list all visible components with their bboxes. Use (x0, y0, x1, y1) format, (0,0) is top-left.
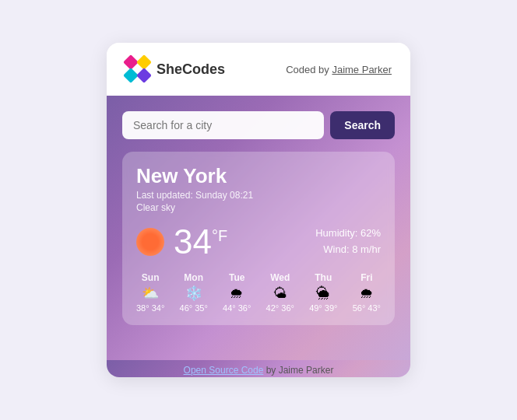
forecast-day-4: Thu 🌦 49° 39° (309, 272, 337, 313)
weather-details: Humidity: 62% Wind: 8 m/hr (315, 226, 381, 258)
forecast-day-2: Tue 🌧 44° 36° (223, 272, 251, 313)
city-name: New York (136, 164, 381, 188)
wind-label: Wind: 8 m/hr (315, 242, 381, 258)
logo-text: SheCodes (157, 61, 225, 78)
diamond-purple (136, 68, 152, 83)
logo-area: SheCodes (125, 57, 225, 82)
last-updated: Last updated: Sunday 08:21 (136, 190, 381, 201)
day-label-1: Mon (184, 272, 203, 283)
forecast-day-1: Mon ❄️ 46° 35° (180, 272, 208, 313)
forecast-temps-4: 49° 39° (309, 303, 337, 313)
temp-left: 34°F (136, 222, 227, 261)
forecast-day-3: Wed 🌤 42° 36° (266, 272, 294, 313)
forecast-row: Sun ⛅ 38° 34° Mon ❄️ 46° 35° Tue 🌧 44° 3… (136, 272, 381, 313)
header: SheCodes Coded by Jaime Parker (107, 43, 410, 96)
weather-body: Search New York Last updated: Sunday 08:… (107, 96, 410, 360)
day-label-2: Tue (229, 272, 244, 283)
forecast-temps-2: 44° 36° (223, 303, 251, 313)
forecast-temps-3: 42° 36° (266, 303, 294, 313)
coded-by-prefix: Coded by (286, 64, 332, 75)
search-row: Search (122, 111, 395, 139)
forecast-icon-3: 🌤 (273, 286, 287, 300)
forecast-icon-2: 🌧 (230, 286, 244, 300)
forecast-day-0: Sun ⛅ 38° 34° (136, 272, 164, 313)
forecast-temps-0: 38° 34° (136, 303, 164, 313)
forecast-icon-0: ⛅ (142, 286, 159, 300)
day-label-3: Wed (270, 272, 290, 283)
forecast-day-5: Fri 🌧 56° 43° (353, 272, 381, 313)
temp-unit: °F (212, 227, 227, 244)
temp-row: 34°F Humidity: 62% Wind: 8 m/hr (136, 222, 381, 261)
forecast-icon-4: 🌦 (316, 286, 330, 300)
forecast-icon-5: 🌧 (360, 286, 374, 300)
footer: Open Source Code by Jaime Parker (107, 360, 410, 377)
search-button[interactable]: Search (330, 111, 395, 139)
condition: Clear sky (136, 202, 381, 213)
logo-diamonds (125, 57, 150, 82)
search-input[interactable] (122, 111, 324, 139)
sun-icon (136, 228, 164, 256)
day-label-0: Sun (142, 272, 160, 283)
weather-card: New York Last updated: Sunday 08:21 Clea… (122, 152, 395, 325)
forecast-temps-1: 46° 35° (180, 303, 208, 313)
open-source-link[interactable]: Open Source Code (184, 365, 264, 376)
coded-by: Coded by Jaime Parker (286, 64, 392, 75)
humidity-label: Humidity: 62% (315, 226, 381, 242)
day-label-4: Thu (315, 272, 332, 283)
temp-number: 34 (174, 222, 212, 261)
coded-by-link[interactable]: Jaime Parker (332, 64, 392, 75)
footer-suffix: by Jaime Parker (263, 365, 333, 376)
temperature-value: 34°F (174, 222, 227, 261)
day-label-5: Fri (360, 272, 372, 283)
forecast-icon-1: ❄️ (185, 286, 202, 300)
forecast-temps-5: 56° 43° (353, 303, 381, 313)
main-card: SheCodes Coded by Jaime Parker Search Ne… (107, 43, 410, 377)
